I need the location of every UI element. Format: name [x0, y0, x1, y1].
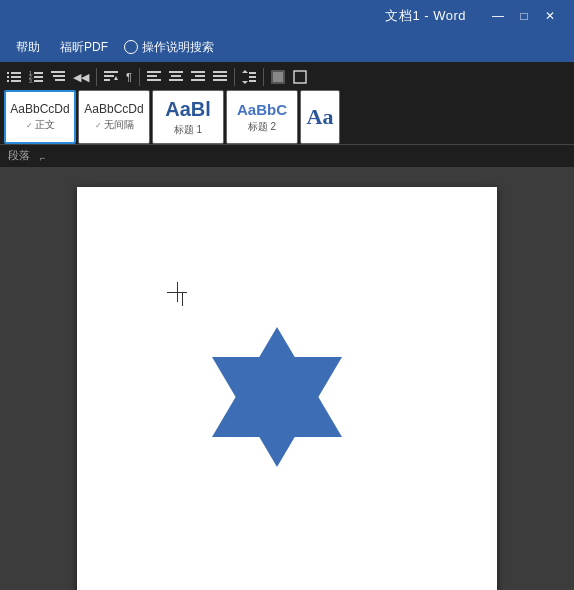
cursor-crosshair: [167, 282, 187, 302]
svg-rect-19: [147, 71, 161, 73]
svg-rect-14: [55, 79, 65, 81]
style-more-preview: Aa: [307, 104, 334, 130]
svg-rect-12: [51, 71, 65, 73]
style-h1[interactable]: AaBl 标题 1: [152, 90, 224, 144]
svg-rect-22: [169, 71, 183, 73]
svg-rect-34: [249, 76, 256, 78]
titlebar: 文档1 - Word — □ ✕: [0, 0, 574, 32]
style-gallery: AaBbCcDd ✓正文 AaBbCcDd ✓无间隔 AaBl 标题 1 AaB…: [4, 90, 340, 144]
ribbon-align-center-btn[interactable]: [166, 68, 186, 86]
svg-rect-1: [11, 72, 21, 74]
svg-rect-26: [195, 75, 205, 77]
svg-rect-38: [294, 71, 306, 83]
ribbon-align-left-btn[interactable]: [144, 68, 164, 86]
search-icon: [124, 40, 138, 54]
document-area: https://blog.csdn.net/weixin_44388462: [0, 167, 574, 590]
svg-rect-30: [213, 79, 227, 81]
svg-rect-21: [147, 79, 161, 81]
svg-rect-27: [191, 79, 205, 81]
svg-rect-5: [11, 80, 21, 82]
cursor-line: [182, 292, 183, 306]
style-h1-label: 标题 1: [174, 123, 202, 137]
svg-rect-24: [169, 79, 183, 81]
svg-rect-23: [171, 75, 181, 77]
svg-rect-33: [249, 72, 256, 74]
svg-rect-11: [34, 80, 43, 82]
style-h2-preview: AaBbC: [237, 101, 287, 118]
close-button[interactable]: ✕: [538, 4, 562, 28]
svg-rect-25: [191, 71, 205, 73]
svg-rect-4: [7, 80, 9, 82]
ribbon-list-btn[interactable]: [4, 68, 24, 86]
ribbon-row1: 1. 2. 3. ◀◀ ¶: [4, 66, 570, 88]
ribbon-multilevel-btn[interactable]: [48, 68, 68, 86]
minimize-button[interactable]: —: [486, 4, 510, 28]
svg-rect-28: [213, 71, 227, 73]
svg-rect-9: [34, 76, 43, 78]
style-no-space-preview: AaBbCcDd: [84, 102, 143, 116]
style-no-space-label: ✓无间隔: [95, 118, 134, 132]
ribbon-show-marks-btn[interactable]: ¶: [123, 69, 135, 85]
ribbon-line-spacing-btn[interactable]: [239, 68, 259, 86]
svg-text:3.: 3.: [29, 78, 33, 84]
style-h1-preview: AaBl: [165, 98, 211, 121]
style-normal-label: ✓正文: [26, 118, 55, 132]
svg-rect-20: [147, 75, 157, 77]
ribbon-shading-btn[interactable]: [268, 68, 288, 86]
ribbon-numbered-list-btn[interactable]: 1. 2. 3.: [26, 68, 46, 86]
svg-rect-29: [213, 75, 227, 77]
svg-rect-13: [53, 75, 65, 77]
star-of-david[interactable]: [197, 317, 357, 481]
page: https://blog.csdn.net/weixin_44388462: [77, 187, 497, 590]
style-h2[interactable]: AaBbC 标题 2: [226, 90, 298, 144]
svg-rect-35: [249, 80, 256, 82]
style-normal[interactable]: AaBbCcDd ✓正文: [4, 90, 76, 144]
divider1: [96, 68, 97, 86]
style-no-space[interactable]: AaBbCcDd ✓无间隔: [78, 90, 150, 144]
svg-rect-15: [104, 71, 118, 73]
ribbon-border-btn[interactable]: [290, 68, 310, 86]
menu-help[interactable]: 帮助: [8, 35, 48, 60]
menu-foxitpdf[interactable]: 福昕PDF: [52, 35, 116, 60]
svg-rect-3: [11, 76, 21, 78]
ribbon-bottom: 段落 ⌐: [0, 145, 574, 167]
style-normal-preview: AaBbCcDd: [10, 102, 69, 116]
title-text: 文档1 - Word: [385, 7, 466, 25]
ribbon-justify-btn[interactable]: [210, 68, 230, 86]
style-more[interactable]: Aa: [300, 90, 340, 144]
maximize-button[interactable]: □: [512, 4, 536, 28]
ribbon-indent-left-btn[interactable]: ◀◀: [70, 69, 92, 86]
svg-marker-32: [242, 81, 248, 84]
svg-rect-16: [104, 75, 114, 77]
divider4: [263, 68, 264, 86]
ribbon-sort-btn[interactable]: [101, 68, 121, 86]
svg-marker-31: [242, 70, 248, 73]
svg-rect-17: [104, 79, 110, 81]
svg-rect-0: [7, 72, 9, 74]
svg-rect-37: [273, 72, 283, 82]
divider2: [139, 68, 140, 86]
menu-search[interactable]: 操作说明搜索: [124, 39, 214, 56]
svg-rect-7: [34, 72, 43, 74]
divider3: [234, 68, 235, 86]
svg-marker-18: [114, 76, 118, 80]
group-expand-icon[interactable]: ⌐: [40, 153, 45, 163]
menubar: 帮助 福昕PDF 操作说明搜索: [0, 32, 574, 62]
svg-rect-2: [7, 76, 9, 78]
group-paragraph-label: 段落: [8, 148, 30, 163]
ribbon-align-right-btn[interactable]: [188, 68, 208, 86]
menu-search-label: 操作说明搜索: [142, 39, 214, 56]
ribbon-row2: AaBbCcDd ✓正文 AaBbCcDd ✓无间隔 AaBl 标题 1 AaB…: [4, 88, 570, 144]
style-h2-label: 标题 2: [248, 120, 276, 134]
ribbon: 1. 2. 3. ◀◀ ¶: [0, 62, 574, 145]
